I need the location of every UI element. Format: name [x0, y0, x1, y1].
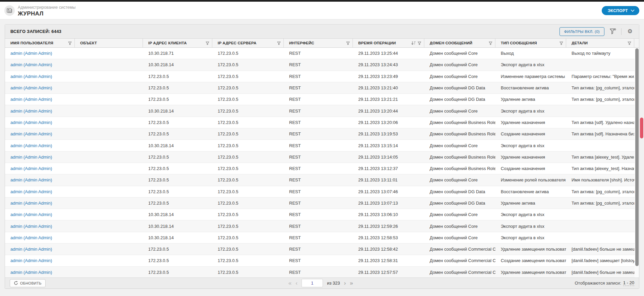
table-row[interactable]: admin (Admin Admin)172.23.0.5172.23.0.5R… [5, 198, 639, 209]
cell-user[interactable]: admin (Admin Admin) [5, 71, 75, 82]
cell-details: [daniil.fadeev] замещает [tolstoy] с [566, 255, 634, 266]
column-header-object[interactable]: ОБЪЕКТ [75, 39, 143, 47]
table-row[interactable]: admin (Admin Admin)172.23.0.5172.23.0.5R… [5, 152, 639, 163]
column-label: IP АДРЕС КЛИЕНТА [148, 41, 204, 45]
cell-user[interactable]: admin (Admin Admin) [5, 140, 75, 151]
filter-funnel-icon[interactable] [628, 41, 631, 45]
cell-ip_client: 172.23.0.5 [143, 71, 212, 82]
filters-toggle-button[interactable]: ФИЛЬТРЫ ВКЛ. (0) [559, 27, 604, 36]
column-header-time[interactable]: ВРЕМЯ ОПЕРАЦИИ [353, 39, 424, 47]
sort-desc-icon[interactable] [411, 41, 416, 45]
filter-funnel-icon[interactable] [489, 41, 492, 45]
side-panel-handle[interactable] [640, 118, 643, 138]
prev-page-button[interactable]: ‹ [296, 280, 298, 286]
page-number-input[interactable] [302, 279, 323, 287]
cell-object [75, 105, 143, 116]
cell-ip_server: 172.23.0.5 [212, 244, 284, 255]
table-row[interactable]: admin (Admin Admin)172.23.0.5172.23.0.5R… [5, 244, 639, 255]
cell-user[interactable]: admin (Admin Admin) [5, 105, 75, 116]
column-header-domain[interactable]: ДОМЕН СООБЩЕНИЙ [424, 39, 495, 47]
table-row[interactable]: admin (Admin Admin)10.30.218.14172.23.0.… [5, 140, 639, 151]
cell-user[interactable]: admin (Admin Admin) [5, 186, 75, 197]
cell-user[interactable]: admin (Admin Admin) [5, 163, 75, 174]
cell-ip_client: 172.23.0.5 [143, 152, 212, 163]
cell-domain: Домен сообщений DG Data [424, 94, 495, 105]
cell-user[interactable]: admin (Admin Admin) [5, 174, 75, 185]
filter-funnel-icon[interactable] [277, 41, 281, 45]
cell-user[interactable]: admin (Admin Admin) [5, 82, 75, 93]
export-button[interactable]: ЭКСПОРТ [602, 6, 639, 15]
cell-user[interactable]: admin (Admin Admin) [5, 117, 75, 128]
cell-ip_server: 172.23.0.5 [212, 198, 284, 209]
table-row[interactable]: admin (Admin Admin)172.23.0.5172.23.0.5R… [5, 117, 639, 128]
table-row[interactable]: admin (Admin Admin)10.30.218.14172.23.0.… [5, 209, 639, 220]
cell-user[interactable]: admin (Admin Admin) [5, 232, 75, 243]
first-page-button[interactable]: « [288, 280, 291, 286]
cell-user[interactable]: admin (Admin Admin) [5, 220, 75, 231]
cell-ip_client: 10.30.218.14 [143, 209, 212, 220]
table-row[interactable]: admin (Admin Admin)10.30.218.14172.23.0.… [5, 232, 639, 244]
column-header-details[interactable]: ДЕТАЛИ [566, 39, 634, 47]
cell-user[interactable]: admin (Admin Admin) [5, 198, 75, 209]
cell-details: Тип актива: [pg_column], эталонны [566, 198, 634, 209]
filter-funnel-icon[interactable] [68, 41, 72, 45]
table-row[interactable]: admin (Admin Admin)172.23.0.5172.23.0.5R… [5, 174, 639, 186]
showing-records-range[interactable]: 1 - 20 [623, 280, 634, 286]
cell-interface: REST [284, 117, 353, 128]
gear-icon[interactable]: ⚙ [626, 28, 634, 35]
column-label: ДОМЕН СООБЩЕНИЙ [430, 41, 487, 45]
filter-funnel-icon[interactable] [206, 41, 209, 45]
cell-user[interactable]: admin (Admin Admin) [5, 209, 75, 220]
vertical-scrollbar-thumb[interactable] [635, 48, 639, 266]
table-row[interactable]: admin (Admin Admin)172.23.0.5172.23.0.5R… [5, 94, 639, 105]
cell-user[interactable]: admin (Admin Admin) [5, 59, 75, 70]
cell-user[interactable]: admin (Admin Admin) [5, 244, 75, 255]
refresh-button[interactable]: ОБНОВИТЬ [10, 279, 46, 287]
table-row[interactable]: admin (Admin Admin)172.23.0.5172.23.0.5R… [5, 267, 639, 278]
table-row[interactable]: admin (Admin Admin)10.30.218.71172.23.0.… [5, 48, 639, 59]
column-label: ИМЯ ПОЛЬЗОВАТЕЛЯ [10, 41, 67, 45]
cell-user[interactable]: admin (Admin Admin) [5, 267, 75, 278]
table-row[interactable]: admin (Admin Admin)172.23.0.5172.23.0.5R… [5, 128, 639, 140]
cell-user[interactable]: admin (Admin Admin) [5, 255, 75, 266]
table-row[interactable]: admin (Admin Admin)10.30.218.14172.23.0.… [5, 220, 639, 232]
table-row[interactable]: admin (Admin Admin)10.30.218.14172.23.0.… [5, 59, 639, 71]
table-row[interactable]: admin (Admin Admin)10.30.218.14172.23.0.… [5, 105, 639, 117]
cell-user[interactable]: admin (Admin Admin) [5, 48, 75, 59]
cell-domain: Домен сообщений Core [424, 140, 495, 151]
cell-user[interactable]: admin (Admin Admin) [5, 152, 75, 163]
refresh-button-label: ОБНОВИТЬ [20, 281, 42, 285]
cell-object [75, 163, 143, 174]
cell-interface: REST [284, 59, 353, 70]
column-header-ip_server[interactable]: IP АДРЕС СЕРВЕРА [212, 39, 284, 47]
table-row[interactable]: admin (Admin Admin)172.23.0.5172.23.0.5R… [5, 82, 639, 94]
table-row[interactable]: admin (Admin Admin)172.23.0.5172.23.0.5R… [5, 71, 639, 82]
refresh-icon [14, 281, 18, 285]
filter-funnel-icon[interactable] [418, 41, 421, 45]
column-label: ОБЪЕКТ [80, 41, 139, 45]
column-header-ip_client[interactable]: IP АДРЕС КЛИЕНТА [143, 39, 212, 47]
cell-ip_server: 172.23.0.5 [212, 82, 284, 93]
last-page-button[interactable]: » [350, 280, 353, 286]
table-row[interactable]: admin (Admin Admin)172.23.0.5172.23.0.5R… [5, 255, 639, 266]
table-row[interactable]: admin (Admin Admin)172.23.0.5172.23.0.5R… [5, 186, 639, 198]
filter-funnel-icon[interactable] [559, 41, 563, 45]
total-records-label: ВСЕГО ЗАПИСЕЙ: 6443 [10, 29, 61, 34]
cell-details: Имя пользователя [shsh]. Источни [566, 174, 634, 185]
cell-type: Удаление замещения пользовате. [495, 244, 566, 255]
column-header-interface[interactable]: ИНТЕРФЕЙС [284, 39, 353, 47]
cell-user[interactable]: admin (Admin Admin) [5, 94, 75, 105]
filter-clear-icon[interactable] [609, 28, 616, 35]
cell-time: 29.11.2023 12:58:53 [353, 232, 424, 243]
column-header-user[interactable]: ИМЯ ПОЛЬЗОВАТЕЛЯ [5, 39, 75, 47]
next-page-button[interactable]: › [344, 280, 346, 286]
cell-user[interactable]: admin (Admin Admin) [5, 128, 75, 139]
cell-domain: Домен сообщений Commercial Co [424, 255, 495, 266]
vertical-scrollbar-track[interactable] [635, 48, 639, 278]
cell-time: 29.11.2023 13:24:43 [353, 59, 424, 70]
app-header: Администрирование системы ЖУРНАЛ ЭКСПОРТ [0, 2, 644, 19]
filter-funnel-icon[interactable] [346, 41, 350, 45]
cell-ip_server: 172.23.0.5 [212, 220, 284, 231]
table-row[interactable]: admin (Admin Admin)172.23.0.5172.23.0.5R… [5, 163, 639, 174]
column-header-type[interactable]: ТИП СООБЩЕНИЯ [495, 39, 566, 47]
